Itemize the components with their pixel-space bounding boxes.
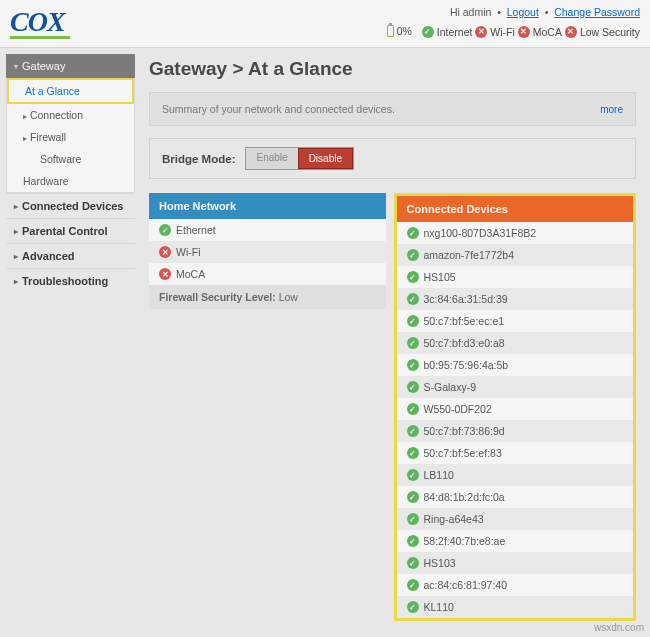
row-label: MoCA [176,268,205,280]
page-title: Gateway > At a Glance [149,58,636,80]
sidebar-item-label: Hardware [23,175,69,187]
sidebar-item-label: At a Glance [25,85,80,97]
battery-status: 0% [387,25,412,37]
device-name: b0:95:75:96:4a:5b [424,359,509,371]
greeting-text: Hi admin [450,6,491,18]
connected-device-row[interactable]: ✓58:2f:40:7b:e8:ae [397,530,634,552]
status-moca: ✕MoCA [518,26,562,38]
x-icon: ✕ [475,26,487,38]
sidebar-group-label: Gateway [22,60,65,72]
bridge-disable-button[interactable]: Disable [298,148,353,169]
bridge-enable-button[interactable]: Enable [246,148,297,169]
chevron-right-icon: ▸ [14,202,18,211]
connected-device-row[interactable]: ✓S-Galaxy-9 [397,376,634,398]
connected-devices-header: Connected Devices [397,196,634,222]
connected-device-row[interactable]: ✓50:c7:bf:5e:ec:e1 [397,310,634,332]
chevron-right-icon: ▸ [14,277,18,286]
sidebar-item-label: Connection [30,109,83,121]
device-name: 58:2f:40:7b:e8:ae [424,535,506,547]
bridge-mode-row: Bridge Mode: Enable Disable [149,138,636,179]
connected-device-row[interactable]: ✓HS103 [397,552,634,574]
device-name: KL110 [424,601,454,613]
sidebar-item-connection[interactable]: ▸ Connection [7,104,134,126]
device-name: ac:84:c6:81:97:40 [424,579,507,591]
device-name: 3c:84:6a:31:5d:39 [424,293,508,305]
status-label: MoCA [533,26,562,38]
device-name: LB110 [424,469,454,481]
device-name: HS103 [424,557,456,569]
battery-percent: 0% [397,25,412,37]
bridge-mode-toggle: Enable Disable [245,147,354,170]
sidebar-item-label: Connected Devices [22,200,123,212]
chevron-right-icon: ▸ [23,112,27,121]
check-icon: ✓ [407,271,419,283]
sidebar-item-connected-devices[interactable]: ▸Connected Devices [6,193,135,218]
x-icon: ✕ [518,26,530,38]
status-row: 0% ✓Internet ✕Wi-Fi ✕MoCA ✕Low Security [387,24,640,38]
check-icon: ✓ [407,293,419,305]
sidebar: ▾ Gateway At a Glance▸ Connection▸ Firew… [0,48,135,633]
sidebar-item-hardware[interactable]: Hardware [7,170,134,192]
connected-device-row[interactable]: ✓3c:84:6a:31:5d:39 [397,288,634,310]
device-name: 50:c7:bf:d3:e0:a8 [424,337,505,349]
device-name: 84:d8:1b:2d:fc:0a [424,491,505,503]
summary-box: Summary of your network and connected de… [149,92,636,126]
connected-device-row[interactable]: ✓50:c7:bf:d3:e0:a8 [397,332,634,354]
check-icon: ✓ [407,381,419,393]
sidebar-item-firewall[interactable]: ▸ Firewall [7,126,134,148]
change-password-link[interactable]: Change Password [554,6,640,18]
connected-device-row[interactable]: ✓KL110 [397,596,634,618]
bridge-mode-label: Bridge Mode: [162,153,235,165]
more-link[interactable]: more [600,104,623,115]
row-label: Ethernet [176,224,216,236]
check-icon: ✓ [407,315,419,327]
check-icon: ✓ [407,425,419,437]
check-icon: ✓ [407,557,419,569]
sidebar-item-troubleshooting[interactable]: ▸Troubleshooting [6,268,135,293]
watermark: wsxdn.com [594,622,644,633]
summary-text: Summary of your network and connected de… [162,103,395,115]
user-row: Hi admin • Logout • Change Password [387,6,640,18]
connected-device-row[interactable]: ✓Ring-a64e43 [397,508,634,530]
check-icon: ✓ [407,513,419,525]
connected-devices-panel: Connected Devices ✓nxg100-807D3A31F8B2✓a… [394,193,637,621]
connected-device-row[interactable]: ✓ac:84:c6:81:97:40 [397,574,634,596]
connected-device-row[interactable]: ✓84:d8:1b:2d:fc:0a [397,486,634,508]
home-network-row: ✕MoCA [149,263,386,285]
connected-device-row[interactable]: ✓amazon-7fe1772b4 [397,244,634,266]
device-name: 50:c7:bf:5e:ec:e1 [424,315,505,327]
sidebar-item-label: Parental Control [22,225,108,237]
sidebar-item-at-a-glance[interactable]: At a Glance [9,80,132,102]
logo-text: COX [10,6,70,38]
check-icon: ✓ [407,403,419,415]
check-icon: ✓ [407,491,419,503]
sidebar-group-gateway[interactable]: ▾ Gateway [6,54,135,78]
sidebar-item-advanced[interactable]: ▸Advanced [6,243,135,268]
connected-device-row[interactable]: ✓b0:95:75:96:4a:5b [397,354,634,376]
sidebar-item-software[interactable]: ▸ Software [7,148,134,170]
check-icon: ✓ [407,359,419,371]
connected-device-row[interactable]: ✓50:c7:bf:73:86:9d [397,420,634,442]
row-label: Wi-Fi [176,246,201,258]
logo: COX [10,6,70,39]
sidebar-item-label: Troubleshooting [22,275,108,287]
home-network-row: ✓Ethernet [149,219,386,241]
home-network-panel: Home Network ✓Ethernet✕Wi-Fi✕MoCA Firewa… [149,193,386,309]
status-label: Internet [437,26,473,38]
x-icon: ✕ [159,268,171,280]
sidebar-item-parental-control[interactable]: ▸Parental Control [6,218,135,243]
device-name: W550-0DF202 [424,403,492,415]
status-label: Wi-Fi [490,26,515,38]
connected-device-row[interactable]: ✓HS105 [397,266,634,288]
connected-device-row[interactable]: ✓W550-0DF202 [397,398,634,420]
device-name: amazon-7fe1772b4 [424,249,515,261]
connected-device-row[interactable]: ✓50:c7:bf:5e:ef:83 [397,442,634,464]
logout-link[interactable]: Logout [507,6,539,18]
connected-device-row[interactable]: ✓nxg100-807D3A31F8B2 [397,222,634,244]
status-label: Low Security [580,26,640,38]
check-icon: ✓ [407,469,419,481]
device-name: S-Galaxy-9 [424,381,477,393]
chevron-right-icon: ▸ [14,227,18,236]
check-icon: ✓ [407,535,419,547]
connected-device-row[interactable]: ✓LB110 [397,464,634,486]
